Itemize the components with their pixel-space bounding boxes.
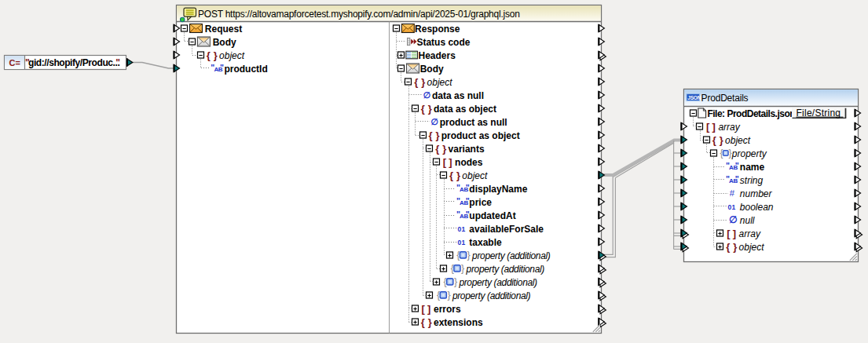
svg-text:productId: productId xyxy=(224,64,267,75)
svg-text:{: { xyxy=(428,130,432,141)
svg-text:#: # xyxy=(729,188,734,198)
svg-text:ProdDetails: ProdDetails xyxy=(701,93,749,104)
svg-text:Headers: Headers xyxy=(419,50,456,61)
svg-text:errors: errors xyxy=(434,304,461,315)
svg-text:}: } xyxy=(442,143,446,155)
svg-text:Body: Body xyxy=(213,37,236,48)
svg-text:object: object xyxy=(219,50,245,61)
svg-text:}: } xyxy=(421,76,425,88)
svg-text:": " xyxy=(220,63,224,72)
svg-text:[: [ xyxy=(443,156,447,168)
svg-text:updatedAt: updatedAt xyxy=(469,210,515,221)
svg-text:data as null: data as null xyxy=(432,90,484,101)
svg-text:}: } xyxy=(467,250,471,261)
svg-text:Status code: Status code xyxy=(416,37,470,48)
svg-text:]: ] xyxy=(449,156,452,168)
svg-text:array: array xyxy=(739,228,761,239)
svg-text:": " xyxy=(735,174,739,184)
svg-text:}: } xyxy=(456,170,460,181)
svg-text:displayName: displayName xyxy=(469,184,527,195)
svg-text:{: { xyxy=(207,49,211,61)
svg-text:C=: C= xyxy=(9,58,20,68)
svg-text:object: object xyxy=(739,242,765,253)
svg-text:[: [ xyxy=(727,228,731,239)
svg-text:}: } xyxy=(733,241,737,253)
svg-text:array: array xyxy=(718,122,740,133)
svg-text:}: } xyxy=(428,316,432,328)
svg-text:}: } xyxy=(447,290,450,301)
svg-text:string: string xyxy=(740,175,764,186)
svg-text:∅: ∅ xyxy=(430,117,438,126)
svg-text:]: ] xyxy=(733,228,736,239)
svg-text:name: name xyxy=(740,162,765,173)
svg-text:{: { xyxy=(449,170,453,181)
svg-text:Request: Request xyxy=(205,24,242,35)
svg-text:availableForSale: availableForSale xyxy=(469,224,544,235)
svg-text:}: } xyxy=(435,130,439,141)
svg-text:File/String: File/String xyxy=(797,108,841,119)
svg-text:": " xyxy=(115,57,120,68)
svg-text:{: { xyxy=(421,316,425,328)
svg-text:boolean: boolean xyxy=(740,202,774,213)
svg-text:JSON: JSON xyxy=(687,95,701,100)
svg-text:POST https://altovamapforcetes: POST https://altovamapforcetest.myshopif… xyxy=(198,9,520,20)
svg-text:]: ] xyxy=(712,121,716,133)
svg-text:product as null: product as null xyxy=(440,117,507,128)
svg-text:{: { xyxy=(712,134,716,146)
svg-text:property (additional): property (additional) xyxy=(458,277,537,288)
svg-text:gid://shopify/Produc...: gid://shopify/Produc... xyxy=(28,57,119,68)
svg-text:object: object xyxy=(462,170,488,181)
svg-text:nodes: nodes xyxy=(455,157,483,168)
svg-text:}: } xyxy=(428,103,432,115)
svg-text:[: [ xyxy=(706,121,710,133)
svg-text:null: null xyxy=(740,215,755,226)
svg-text:{: { xyxy=(726,241,730,253)
svg-text:01: 01 xyxy=(727,203,735,211)
svg-text:property: property xyxy=(731,148,767,159)
svg-text:product as object: product as object xyxy=(441,130,520,141)
svg-text:number: number xyxy=(740,188,773,199)
svg-text:variants: variants xyxy=(449,144,485,155)
svg-text:data as object: data as object xyxy=(434,104,496,115)
svg-text:Body: Body xyxy=(420,64,444,75)
svg-text:File: ProdDetails.json: File: ProdDetails.json xyxy=(707,108,795,119)
svg-text:property (additional): property (additional) xyxy=(471,250,551,261)
svg-text:]: ] xyxy=(427,303,430,315)
svg-text:}: } xyxy=(720,134,723,146)
svg-text:Response: Response xyxy=(415,24,460,35)
svg-text:extensions: extensions xyxy=(434,317,483,328)
svg-text:{: { xyxy=(414,76,418,88)
svg-text:01: 01 xyxy=(458,225,466,233)
svg-text:property (additional): property (additional) xyxy=(452,290,531,301)
svg-text:∅: ∅ xyxy=(729,214,737,225)
svg-text:property (additional): property (additional) xyxy=(466,264,545,275)
svg-text:{: { xyxy=(421,103,425,115)
svg-text:object: object xyxy=(725,135,751,146)
svg-text:01: 01 xyxy=(458,239,466,246)
svg-text:{: { xyxy=(435,143,439,155)
svg-text:}: } xyxy=(214,49,218,61)
svg-text:object: object xyxy=(427,77,453,88)
svg-text:}: } xyxy=(454,276,457,287)
svg-text:∅: ∅ xyxy=(423,90,431,100)
svg-text:}: } xyxy=(461,263,464,274)
svg-text:": " xyxy=(735,161,739,170)
svg-text:price: price xyxy=(469,197,492,208)
svg-text:[: [ xyxy=(422,303,426,315)
svg-text:taxable: taxable xyxy=(469,237,502,248)
